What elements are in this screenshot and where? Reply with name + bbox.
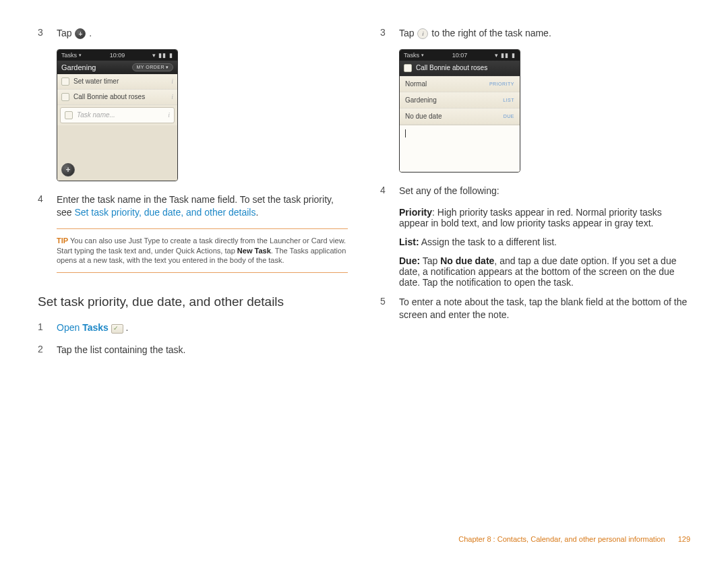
left-step-1: 1 Open Tasks .: [38, 321, 348, 334]
period: .: [255, 207, 258, 218]
step-body: Enter the task name in the Task name fie…: [57, 193, 348, 219]
text-cursor: [405, 129, 406, 137]
chapter-label: Chapter 8 : Contacts, Calendar, and othe…: [458, 535, 665, 543]
step-body: Tap + .: [57, 27, 348, 40]
task-row[interactable]: Set water timer i: [57, 74, 177, 90]
task-row[interactable]: Call Bonnie about roses i: [57, 90, 177, 105]
period: .: [126, 322, 129, 333]
step-text-a: Tap: [399, 28, 417, 38]
right-step-3: 3 Tap i to the right of the task name.: [380, 27, 690, 40]
left-step-3: 3 Tap + .: [38, 27, 348, 40]
checkbox-icon[interactable]: [61, 77, 69, 86]
section-heading: Set task priority, due date, and other d…: [38, 294, 348, 309]
status-app: Tasks: [61, 52, 77, 59]
list-row[interactable]: Gardening LIST: [400, 92, 520, 108]
checkbox-icon[interactable]: [61, 93, 69, 101]
cross-reference-link[interactable]: Set task priority, due date, and other d…: [74, 207, 255, 218]
due-row[interactable]: No due date DUE: [400, 108, 520, 125]
phone-screenshot-tasks-list: Tasks▾ 10:09 ▾ ▮▮ ▮ Gardening MY ORDER ▾…: [57, 49, 178, 181]
status-indicators: ▾ ▮▮ ▮: [125, 52, 173, 59]
step-body: Open Tasks .: [57, 321, 348, 334]
right-column: 3 Tap i to the right of the task name. T…: [380, 27, 690, 366]
list-label: LIST: [503, 98, 514, 102]
task-name-input[interactable]: Task name... i: [60, 107, 175, 123]
status-time: 10:09: [110, 52, 125, 59]
add-task-button[interactable]: +: [61, 163, 75, 177]
step-text: To enter a note about the task, tap the …: [399, 296, 690, 321]
status-app: Tasks: [404, 52, 419, 59]
plus-icon: +: [75, 28, 86, 39]
step-text: Tap the list containing the task.: [57, 344, 348, 356]
tip-box: TIP You can also use Just Type to create…: [57, 228, 348, 274]
step-body: Tap i to the right of the task name.: [399, 27, 690, 40]
header-bar: Gardening MY ORDER ▾: [57, 61, 177, 74]
task-label: Set water timer: [73, 77, 119, 85]
right-step-4: 4 Set any of the following:: [380, 185, 690, 197]
step-text: Tap: [57, 28, 72, 38]
left-step-4: 4 Enter the task name in the Task name f…: [38, 193, 348, 219]
step-number: 1: [38, 321, 57, 334]
header-title: Gardening: [61, 63, 132, 71]
step-number: 3: [38, 27, 57, 40]
left-step-2: 2 Tap the list containing the task.: [38, 344, 348, 356]
step-text: Set any of the following:: [399, 185, 690, 197]
no-due-date-bold: No due date: [440, 255, 494, 266]
checkbox-icon: [65, 111, 73, 119]
info-icon[interactable]: i: [171, 77, 173, 85]
due-text-a: Tap: [420, 255, 440, 266]
period: .: [89, 28, 92, 38]
due-label-bold: Due:: [399, 255, 420, 266]
step-number: 5: [380, 296, 399, 321]
priority-value: Normal: [405, 80, 489, 88]
due-value: No due date: [405, 113, 504, 120]
step-text-b: to the right of the task name.: [431, 28, 551, 38]
tip-bold: New Task: [237, 247, 271, 255]
tip-label: TIP: [57, 237, 68, 245]
left-column: 3 Tap + . Tasks▾ 10:09 ▾ ▮▮ ▮ Gardening …: [38, 27, 348, 366]
list-text: Assign the task to a different list.: [419, 237, 557, 247]
chevron-down-icon: ▾: [79, 53, 82, 58]
step-number: 4: [380, 185, 399, 197]
priority-paragraph: Priority: High priority tasks appear in …: [399, 207, 690, 228]
step-number: 2: [38, 344, 57, 356]
list-label-bold: List:: [399, 237, 419, 247]
page: 3 Tap + . Tasks▾ 10:09 ▾ ▮▮ ▮ Gardening …: [0, 0, 728, 366]
page-footer: Chapter 8 : Contacts, Calendar, and othe…: [458, 535, 690, 543]
list-background: +: [57, 125, 177, 181]
priority-label: PRIORITY: [489, 82, 514, 86]
list-value: Gardening: [405, 96, 503, 104]
status-indicators: ▾ ▮▮ ▮: [467, 52, 516, 59]
status-time: 10:07: [452, 52, 468, 59]
priority-label-bold: Priority: [399, 207, 432, 218]
task-title: Call Bonnie about roses: [416, 64, 487, 71]
priority-text: : High priority tasks appear in red. Nor…: [399, 207, 662, 228]
tasks-link[interactable]: Tasks: [82, 322, 109, 333]
checkbox-icon[interactable]: [404, 64, 412, 72]
step-number: 4: [38, 193, 57, 219]
task-label: Call Bonnie about roses: [73, 93, 145, 100]
phone-screenshot-task-detail: Tasks▾ 10:07 ▾ ▮▮ ▮ Call Bonnie about ro…: [399, 49, 520, 173]
sort-button[interactable]: MY ORDER ▾: [132, 63, 173, 71]
list-paragraph: List: Assign the task to a different lis…: [399, 237, 690, 247]
due-label: DUE: [504, 114, 514, 119]
tasks-app-icon: [111, 324, 123, 334]
step-number: 3: [380, 27, 399, 40]
right-step-5: 5 To enter a note about the task, tap th…: [380, 296, 690, 321]
info-icon[interactable]: i: [168, 111, 170, 119]
task-title-row: Call Bonnie about roses: [400, 61, 520, 76]
placeholder-text: Task name...: [77, 111, 115, 119]
status-bar: Tasks▾ 10:07 ▾ ▮▮ ▮: [400, 50, 520, 61]
info-icon[interactable]: i: [171, 93, 173, 100]
note-textarea[interactable]: [400, 125, 520, 172]
due-paragraph: Due: Tap No due date, and tap a due date…: [399, 255, 690, 288]
status-bar: Tasks▾ 10:09 ▾ ▮▮ ▮: [57, 50, 177, 61]
page-number: 129: [678, 535, 690, 543]
priority-row[interactable]: Normal PRIORITY: [400, 76, 520, 92]
chevron-down-icon: ▾: [421, 53, 424, 58]
info-icon: i: [417, 28, 428, 39]
open-link[interactable]: Open: [57, 322, 80, 333]
